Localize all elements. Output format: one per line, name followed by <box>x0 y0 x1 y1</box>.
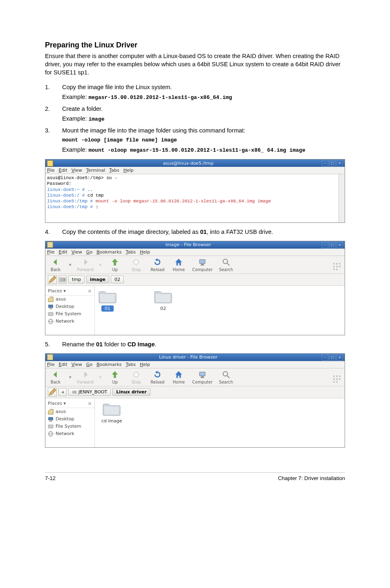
svg-rect-1 <box>135 260 138 263</box>
file-browser-image: image - File Browser – □ × FileEditViewG… <box>45 241 345 335</box>
back-icon <box>51 370 60 379</box>
svg-rect-17 <box>135 373 138 376</box>
step-text: Mount the image file into the image fold… <box>62 127 345 134</box>
folder-item[interactable]: 02 <box>154 289 173 332</box>
menu-item[interactable]: Tabs <box>126 362 136 367</box>
path-back-button[interactable] <box>58 276 67 284</box>
menu-item[interactable]: Terminal <box>86 168 105 173</box>
sidebar-item[interactable]: File System <box>45 423 94 430</box>
svg-rect-12 <box>48 312 53 316</box>
terminal-icon <box>47 160 53 166</box>
path-segment[interactable]: Linux driver <box>112 388 150 396</box>
svg-rect-10 <box>48 305 53 308</box>
filebrowser-menubar[interactable]: FileEditViewGoBookmarksTabsHelp <box>45 249 345 256</box>
sidebar-item[interactable]: asus <box>45 296 94 303</box>
menu-item[interactable]: Edit <box>58 249 67 255</box>
maximize-button[interactable]: □ <box>329 242 336 248</box>
menu-item[interactable]: View <box>72 362 82 367</box>
reload-button[interactable]: Reload <box>150 258 165 272</box>
example-label: Example: <box>62 94 88 100</box>
menu-item[interactable]: Help <box>140 249 150 255</box>
minimize-button[interactable]: – <box>322 242 328 248</box>
folder-item[interactable]: cd image <box>98 402 126 444</box>
svg-rect-26 <box>48 417 53 420</box>
menu-item[interactable]: File <box>47 168 54 173</box>
menu-item[interactable]: Go <box>86 362 92 367</box>
places-close-icon[interactable]: × <box>87 400 92 406</box>
minimize-button[interactable]: – <box>322 160 328 166</box>
menu-item[interactable]: File <box>47 249 54 255</box>
places-close-icon[interactable]: × <box>87 288 92 294</box>
step-text: Rename the 01 folder to CD Image. <box>62 341 345 348</box>
svg-rect-27 <box>49 421 52 422</box>
computer-button[interactable]: Computer <box>192 370 213 384</box>
filebrowser-menubar[interactable]: FileEditViewGoBookmarksTabsHelp <box>45 361 345 368</box>
path-back-button[interactable]: ◂ <box>58 388 67 396</box>
maximize-button[interactable]: □ <box>329 160 336 166</box>
file-browser-linux-driver: Linux driver - File Browser – □ × FileEd… <box>45 353 345 448</box>
home-button[interactable]: Home <box>171 258 186 272</box>
search-button[interactable]: Search <box>218 258 234 272</box>
places-header[interactable]: Places ▾ <box>48 401 66 406</box>
path-segment[interactable]: tmp <box>68 276 85 283</box>
home-icon <box>174 258 183 267</box>
close-button[interactable]: × <box>336 354 343 361</box>
back-button[interactable]: Back <box>48 258 63 272</box>
folder-item[interactable]: 01 <box>98 289 117 332</box>
path-segment[interactable]: image <box>86 276 109 283</box>
maximize-button[interactable]: □ <box>329 354 336 361</box>
file-pane[interactable]: cd image <box>95 398 345 447</box>
sidebar-item-icon <box>48 311 54 317</box>
sidebar-item[interactable]: Network <box>45 430 94 438</box>
sidebar-item-icon <box>48 416 54 422</box>
folder-icon <box>98 289 117 304</box>
menu-item[interactable]: File <box>47 362 54 367</box>
computer-button[interactable]: Computer <box>192 258 213 272</box>
path-segment[interactable]: 02 <box>111 276 124 283</box>
terminal-body[interactable]: asus@linux-doe5:/tmp> su -Password:linux… <box>45 174 345 222</box>
search-button[interactable]: Search <box>218 370 234 384</box>
minimize-button[interactable]: – <box>322 354 328 361</box>
step-number: 1. <box>45 84 62 104</box>
back-icon <box>51 258 60 267</box>
terminal-menubar[interactable]: FileEditViewTerminalTabsHelp <box>45 167 345 174</box>
menu-item[interactable]: View <box>72 249 82 255</box>
sidebar-item[interactable]: Network <box>45 318 94 325</box>
sidebar-item[interactable]: Desktop <box>45 415 94 423</box>
close-button[interactable]: × <box>336 160 343 166</box>
menu-item[interactable]: Edit <box>58 168 67 173</box>
home-button[interactable]: Home <box>171 370 186 384</box>
menu-item[interactable]: View <box>72 168 82 173</box>
path-edit-button[interactable] <box>48 388 57 397</box>
path-segment[interactable]: JENNY_BOOT <box>68 388 111 396</box>
menu-item[interactable]: Tabs <box>126 249 136 255</box>
back-dropdown[interactable]: ▾ <box>69 375 72 380</box>
menu-item[interactable]: Edit <box>58 362 67 367</box>
up-button[interactable]: Up <box>107 370 123 384</box>
back-dropdown[interactable]: ▾ <box>69 262 72 267</box>
reload-button[interactable]: Reload <box>150 370 165 384</box>
menu-item[interactable]: Go <box>86 249 92 255</box>
sidebar-item[interactable]: Desktop <box>45 303 94 310</box>
menu-item[interactable]: Help <box>140 362 150 367</box>
filebrowser-toolbar: Back ▾ Forward ▾ Up Stop Reload Home Com… <box>45 256 345 274</box>
back-button[interactable]: Back <box>48 370 63 384</box>
window-icon <box>47 242 53 248</box>
up-icon <box>110 370 119 379</box>
path-bar: ◂ JENNY_BOOTLinux driver <box>45 386 345 398</box>
menu-item[interactable]: Tabs <box>109 168 119 173</box>
places-header[interactable]: Places ▾ <box>48 288 66 294</box>
file-pane[interactable]: 0102 <box>95 286 345 335</box>
example-code: mount -oloop megasr-15-15.00.0120.2012-1… <box>88 147 305 153</box>
path-edit-button[interactable] <box>48 275 57 284</box>
terminal-scrollbar[interactable] <box>338 174 345 222</box>
menu-item[interactable]: Help <box>123 168 134 173</box>
sidebar-item[interactable]: File System <box>45 310 94 318</box>
step-number: 4. <box>45 229 62 238</box>
sidebar-item-icon <box>48 424 54 429</box>
close-button[interactable]: × <box>336 242 343 248</box>
sidebar-item[interactable]: asus <box>45 408 94 415</box>
menu-item[interactable]: Bookmarks <box>96 249 121 255</box>
up-button[interactable]: Up <box>107 258 123 272</box>
menu-item[interactable]: Bookmarks <box>96 362 121 367</box>
